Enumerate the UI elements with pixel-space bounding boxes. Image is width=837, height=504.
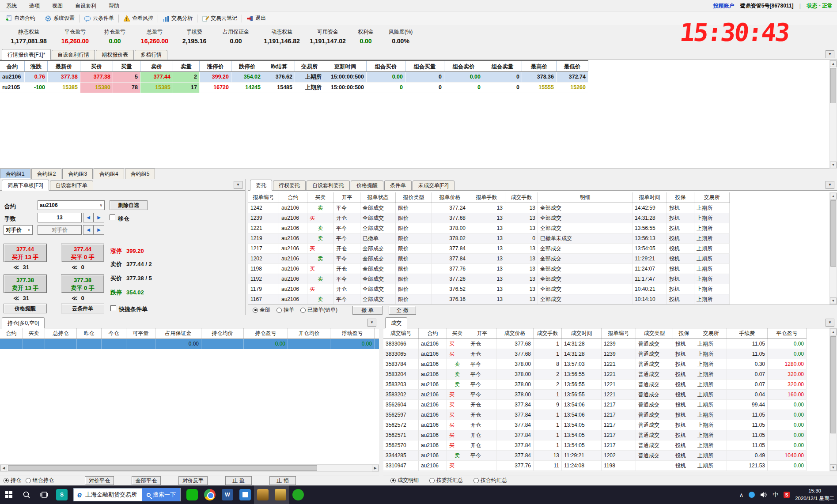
column-header[interactable]: 报单价格 bbox=[432, 192, 468, 203]
search-icon[interactable] bbox=[18, 485, 35, 504]
app-icon-teal[interactable]: S bbox=[53, 485, 71, 504]
column-header[interactable]: 昨仓 bbox=[77, 328, 102, 339]
table-row[interactable]: 0.000.000.00 bbox=[0, 339, 379, 349]
contract-group-tab-4[interactable]: 合约组5 bbox=[125, 169, 155, 179]
table-row[interactable]: 3562597au2106买开仓377.84113:54:061217普通成交投… bbox=[383, 410, 807, 420]
scroll-right-icon[interactable]: ▶ bbox=[372, 465, 379, 471]
scroll-up-icon[interactable]: ▲ bbox=[830, 329, 837, 335]
menu-item-0[interactable]: 系统 bbox=[0, 0, 23, 11]
column-header[interactable]: 涨停价 bbox=[200, 61, 231, 71]
column-header[interactable]: 组合买价 bbox=[367, 61, 405, 71]
column-header[interactable]: 报单时间 bbox=[632, 192, 667, 203]
contract-group-tab-2[interactable]: 合约组3 bbox=[62, 169, 93, 179]
column-header[interactable]: 持仓盈亏 bbox=[244, 328, 288, 339]
column-header[interactable]: 报单状态 bbox=[360, 192, 396, 203]
orders-tab-3[interactable]: 价格提醒 bbox=[351, 181, 383, 190]
risk-control-button[interactable]: 查看风控 bbox=[120, 13, 157, 24]
taskbar-search-box[interactable]: e 上海金融期货交易所 搜索一下 bbox=[73, 488, 181, 501]
column-header[interactable]: 开平 bbox=[468, 328, 496, 339]
volume-icon[interactable] bbox=[760, 491, 767, 498]
column-header[interactable]: 浮动比例 bbox=[375, 328, 379, 339]
orders-tab-2[interactable]: 自设套利委托 bbox=[307, 181, 350, 190]
column-header[interactable]: 报单手数 bbox=[468, 192, 505, 203]
column-header[interactable]: 买卖 bbox=[447, 328, 468, 339]
taskbar-search-button[interactable]: 搜索一下 bbox=[142, 488, 180, 501]
position-action-button-1[interactable]: 全部平仓 bbox=[132, 476, 161, 485]
order-entry-tab-0[interactable]: 简易下单板[F3] bbox=[2, 180, 49, 191]
column-header[interactable]: 合约 bbox=[0, 328, 23, 339]
quantity-decrement-icon[interactable]: ◀ bbox=[83, 213, 94, 222]
table-row[interactable]: 1198au2106买开仓全部成交限价377.761313全部成交11:24:0… bbox=[248, 264, 730, 274]
scroll-up-icon[interactable]: ▲ bbox=[830, 60, 837, 67]
column-header[interactable]: 持仓均价 bbox=[201, 328, 244, 339]
column-header[interactable]: 可平量 bbox=[126, 328, 155, 339]
show-desktop-button[interactable] bbox=[835, 485, 837, 504]
order-entry-tab-1[interactable]: 自设套利下单 bbox=[50, 181, 93, 190]
table-row[interactable]: 3344285au2106卖平今377.841311:29:211202普通成交… bbox=[383, 451, 807, 461]
contract-combobox[interactable]: au2106 ∨ bbox=[38, 200, 105, 210]
column-header[interactable]: 投保 bbox=[667, 192, 694, 203]
orders-tab-5[interactable]: 未成交单[F2] bbox=[413, 181, 454, 190]
cancel-all-button[interactable]: 全 撤 bbox=[389, 306, 416, 315]
column-header[interactable]: 开平 bbox=[334, 192, 360, 203]
tray-app-icon[interactable] bbox=[749, 492, 755, 498]
column-header[interactable]: 占用保证金 bbox=[155, 328, 201, 339]
trading-app-icon-2-active[interactable] bbox=[272, 485, 289, 504]
table-row[interactable]: 3833066au2106买开仓377.68114:31:281239普通成交投… bbox=[383, 339, 807, 349]
sell-close-button[interactable]: 377.38 卖平 0 手 bbox=[61, 275, 104, 293]
app-icon-green[interactable] bbox=[183, 485, 201, 504]
column-header[interactable]: 卖量 bbox=[173, 61, 200, 71]
table-row[interactable]: 1221au2106卖平今全部成交限价378.001313全部成交13:56:5… bbox=[248, 223, 730, 233]
trading-app-icon-active[interactable] bbox=[254, 485, 272, 504]
advisor-account-link[interactable]: 投顾账户 bbox=[713, 3, 734, 9]
scroll-down-icon[interactable]: ▼ bbox=[830, 162, 837, 168]
scroll-thumb[interactable] bbox=[830, 336, 836, 433]
column-header[interactable]: 最低价 bbox=[557, 61, 588, 71]
trades-vertical-scrollbar[interactable]: ▲ ▼ bbox=[829, 328, 837, 471]
app-icon-blue[interactable] bbox=[236, 485, 254, 504]
add-favorite-button[interactable]: 自选合约 bbox=[2, 13, 39, 24]
table-row[interactable]: 3310947au2106买377.761111:24:081198投机上期所1… bbox=[383, 461, 807, 471]
menu-item-2[interactable]: 视图 bbox=[46, 0, 69, 11]
column-header[interactable]: 合约 bbox=[279, 192, 307, 203]
quick-condition-checkbox[interactable] bbox=[110, 305, 116, 311]
column-header[interactable]: 组合买量 bbox=[405, 61, 444, 71]
table-row[interactable]: 3833065au2106买开仓377.68114:31:281239普通成交投… bbox=[383, 349, 807, 359]
column-header[interactable]: 成交时间 bbox=[562, 328, 602, 339]
quote-tab-3[interactable]: 多档行情 bbox=[135, 50, 167, 60]
column-header[interactable]: 投保 bbox=[673, 328, 695, 339]
price-alert-button[interactable]: 价格提醒 bbox=[4, 304, 47, 313]
transfer-position-checkbox[interactable] bbox=[110, 214, 115, 220]
table-row[interactable]: 1192au2106卖平今全部成交限价377.261313全部成交11:17:4… bbox=[248, 274, 730, 284]
column-header[interactable]: 成交编号 bbox=[383, 328, 419, 339]
taskbar-clock[interactable]: 15:302020/12/1 星期二 bbox=[795, 487, 834, 502]
trade-view-radio-2[interactable]: 按合约汇总 bbox=[473, 477, 507, 484]
column-header[interactable]: 昨结算 bbox=[263, 61, 295, 71]
trade-cloud-note-button[interactable]: 交易云笔记 bbox=[198, 13, 241, 24]
buy-close-button[interactable]: 377.44 买平 0 手 bbox=[61, 244, 104, 262]
table-row[interactable]: 3583784au2106卖平今378.00813:57:031221普通成交投… bbox=[383, 359, 807, 369]
column-header[interactable]: 涨跌 bbox=[25, 61, 48, 71]
table-row[interactable]: 1219au2106卖平今已撤单限价378.02130已撤单未成交13:56:1… bbox=[248, 233, 730, 244]
trades-tab-0[interactable]: 成交 bbox=[385, 317, 407, 328]
trade-view-radio-0[interactable]: 成交明细 bbox=[390, 477, 419, 484]
table-row[interactable]: 1217au2106买开仓全部成交限价377.841313全部成交13:54:0… bbox=[248, 244, 730, 254]
price-mode-combobox[interactable]: 对手价 ▼ bbox=[4, 225, 33, 235]
tab-overflow-dropdown-icon[interactable]: ▼ bbox=[367, 319, 376, 327]
exit-button[interactable]: 退出 bbox=[243, 13, 269, 24]
column-header[interactable]: 合约 bbox=[0, 61, 25, 71]
orders-tab-0[interactable]: 委托 bbox=[250, 180, 272, 191]
column-header[interactable]: 卖价 bbox=[140, 61, 173, 71]
start-button[interactable] bbox=[0, 485, 18, 504]
scroll-thumb[interactable] bbox=[830, 200, 836, 267]
scroll-thumb[interactable] bbox=[8, 465, 317, 471]
table-row[interactable]: 1179au2106买开仓全部成交限价376.521313全部成交10:40:2… bbox=[248, 284, 730, 294]
cloud-condition-order-button[interactable]: 云条件单 bbox=[80, 13, 117, 24]
quote-tab-2[interactable]: 期权报价表 bbox=[96, 50, 134, 60]
word-icon[interactable]: W bbox=[219, 485, 236, 504]
price-decrement-icon[interactable]: ◀ bbox=[83, 225, 94, 235]
table-row[interactable]: 1239au2106买开仓全部成交限价377.681313全部成交14:31:2… bbox=[248, 213, 730, 223]
table-row[interactable]: 3583204au2106卖平今378.00213:56:551221普通成交投… bbox=[383, 369, 807, 380]
position-view-radio-0[interactable]: 持仓 bbox=[4, 477, 21, 484]
quantity-input[interactable]: 13 bbox=[38, 213, 82, 222]
